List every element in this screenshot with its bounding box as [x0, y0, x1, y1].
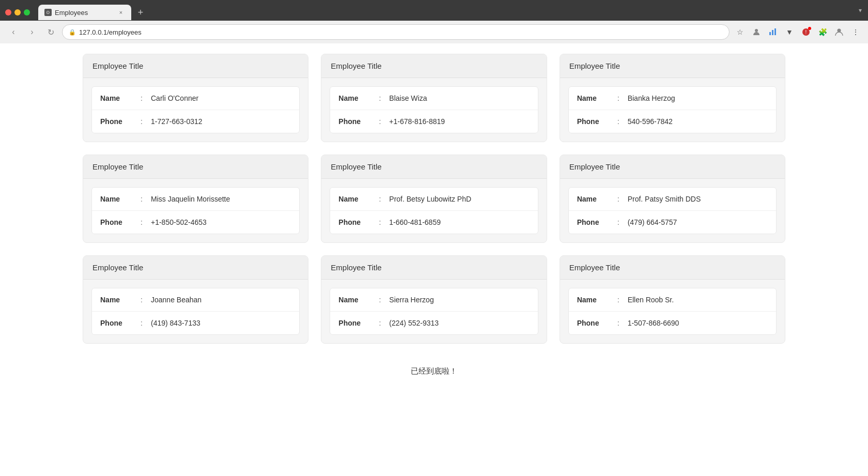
phone-value: 1-660-481-6859 [389, 218, 441, 226]
name-value: Prof. Patsy Smith DDS [628, 195, 701, 203]
phone-colon: : [375, 117, 385, 126]
name-colon: : [136, 94, 147, 102]
phone-value: (419) 843-7133 [151, 319, 200, 327]
phone-label: Phone [338, 117, 375, 126]
phone-value: +1-850-502-4653 [151, 218, 207, 226]
phone-colon: : [136, 218, 147, 226]
card-header: Employee Title [83, 54, 308, 78]
phone-field: Phone : 1-660-481-6859 [330, 211, 537, 234]
name-field: Name : Blaise Wiza [330, 87, 537, 110]
phone-label: Phone [577, 218, 613, 226]
name-field: Name : Miss Jaquelin Morissette [92, 188, 299, 211]
forward-button[interactable]: › [25, 25, 39, 39]
svg-rect-2 [772, 30, 773, 35]
name-label: Name [338, 94, 375, 102]
lock-icon: 🔒 [69, 29, 76, 36]
card-body: Name : Prof. Patsy Smith DDS Phone : (47… [568, 187, 777, 234]
name-label: Name [338, 296, 375, 304]
card-body: Name : Carli O'Conner Phone : 1-727-663-… [91, 86, 300, 133]
minimize-window-button[interactable] [14, 9, 21, 16]
phone-colon: : [136, 117, 147, 126]
end-message: 已经到底啦！ [83, 356, 785, 387]
tab-title: Employees [55, 9, 88, 17]
toolbar-icons: ☆ ▼ ! 🧩 ⋮ [734, 26, 862, 38]
close-window-button[interactable] [5, 9, 11, 16]
name-value: Joanne Beahan [151, 296, 202, 304]
card-body: Name : Bianka Herzog Phone : 540-596-784… [568, 86, 777, 133]
name-colon: : [375, 296, 385, 304]
name-colon: : [375, 195, 385, 203]
name-field: Name : Ellen Roob Sr. [569, 288, 776, 312]
card-body: Name : Ellen Roob Sr. Phone : 1-507-868-… [568, 288, 777, 335]
profile-icon[interactable] [750, 26, 763, 38]
name-label: Name [577, 195, 613, 203]
tab-close-button[interactable]: × [117, 8, 125, 17]
phone-label: Phone [100, 218, 136, 226]
phone-label: Phone [100, 319, 136, 327]
phone-label: Phone [577, 117, 613, 126]
employee-cards-grid: Employee Title Name : Carli O'Conner Pho… [83, 54, 785, 344]
name-colon: : [136, 296, 147, 304]
name-field: Name : Joanne Beahan [92, 288, 299, 312]
phone-label: Phone [338, 319, 375, 327]
phone-value: +1-678-816-8819 [389, 117, 445, 126]
phone-value: (224) 552-9313 [389, 319, 439, 327]
name-value: Sierra Herzog [389, 296, 433, 304]
employee-card: Employee Title Name : Blaise Wiza Phone … [321, 54, 547, 142]
phone-field: Phone : 1-727-663-0312 [92, 110, 299, 133]
phone-colon: : [375, 218, 385, 226]
employee-card: Employee Title Name : Joanne Beahan Phon… [83, 255, 308, 344]
card-header: Employee Title [560, 54, 785, 78]
phone-colon: : [136, 319, 147, 327]
card-header: Employee Title [321, 54, 546, 78]
svg-point-0 [755, 29, 758, 32]
employee-card: Employee Title Name : Miss Jaquelin Mori… [83, 155, 308, 243]
name-value: Ellen Roob Sr. [628, 296, 674, 304]
name-label: Name [338, 195, 375, 203]
phone-colon: : [613, 319, 624, 327]
employee-card: Employee Title Name : Ellen Roob Sr. Pho… [560, 255, 785, 344]
name-field: Name : Prof. Betsy Lubowitz PhD [330, 188, 537, 211]
card-body: Name : Blaise Wiza Phone : +1-678-816-88… [330, 86, 538, 133]
name-colon: : [136, 195, 147, 203]
name-label: Name [577, 94, 613, 102]
bookmark-star-icon[interactable]: ☆ [734, 26, 746, 38]
traffic-lights [5, 9, 30, 16]
phone-field: Phone : 1-507-868-6690 [569, 312, 776, 334]
extensions-icon[interactable]: 🧩 [816, 26, 829, 38]
maximize-window-button[interactable] [24, 9, 30, 16]
card-header: Employee Title [83, 155, 308, 179]
chevron-down-icon: ▾ [859, 7, 862, 14]
employee-card: Employee Title Name : Carli O'Conner Pho… [83, 54, 308, 142]
phone-colon: : [375, 319, 385, 327]
name-colon: : [375, 94, 385, 102]
name-value: Carli O'Conner [151, 94, 198, 102]
card-header: Employee Title [560, 155, 785, 179]
phone-field: Phone : (419) 843-7133 [92, 312, 299, 334]
card-body: Name : Prof. Betsy Lubowitz PhD Phone : … [330, 187, 538, 234]
svg-rect-3 [774, 28, 776, 35]
filter-icon[interactable]: ▼ [783, 26, 796, 38]
account-icon[interactable] [833, 26, 845, 38]
name-colon: : [613, 296, 624, 304]
extension-red-icon[interactable]: ! [800, 26, 812, 38]
phone-field: Phone : (479) 664-5757 [569, 211, 776, 234]
phone-label: Phone [338, 218, 375, 226]
name-field: Name : Prof. Patsy Smith DDS [569, 188, 776, 211]
employee-card: Employee Title Name : Bianka Herzog Phon… [560, 54, 785, 142]
tab-favicon-icon: ⊙ [44, 9, 52, 16]
active-tab[interactable]: ⊙ Employees × [38, 5, 131, 20]
back-button[interactable]: ‹ [6, 25, 21, 39]
address-bar[interactable]: 🔒 127.0.0.1/employees [62, 24, 730, 40]
menu-icon[interactable]: ⋮ [849, 26, 862, 38]
refresh-button[interactable]: ↻ [43, 25, 58, 39]
phone-field: Phone : +1-850-502-4653 [92, 211, 299, 234]
phone-field: Phone : (224) 552-9313 [330, 312, 537, 334]
phone-label: Phone [577, 319, 613, 327]
analytics-icon[interactable] [767, 26, 779, 38]
name-colon: : [613, 94, 624, 102]
browser-toolbar: ‹ › ↻ 🔒 127.0.0.1/employees ☆ ▼ ! 🧩 ⋮ [0, 21, 868, 43]
new-tab-button[interactable]: + [133, 5, 148, 20]
card-header: Employee Title [83, 256, 308, 280]
browser-window: ⊙ Employees × + ▾ ‹ › ↻ 🔒 127.0.0.1/empl… [0, 0, 868, 476]
